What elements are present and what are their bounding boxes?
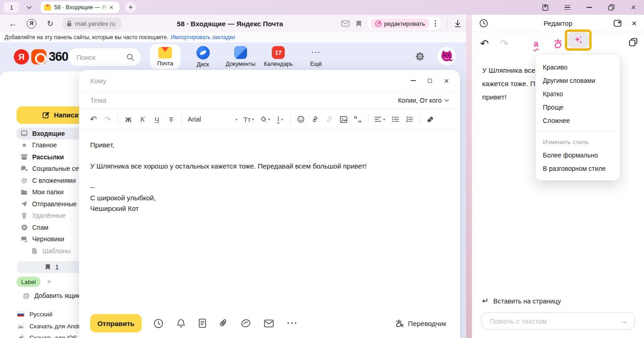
to-field[interactable]: Кому bbox=[90, 77, 106, 85]
emoji-icon[interactable] bbox=[297, 116, 305, 123]
attach-from-disk-icon[interactable] bbox=[241, 319, 251, 327]
download-ios-link[interactable]: Скачать для iOS bbox=[17, 332, 89, 338]
label-tag[interactable]: Label bbox=[17, 277, 40, 287]
underline-button[interactable]: Ч bbox=[153, 116, 161, 123]
browser-tab[interactable]: 58 · Входящие — Янде × bbox=[40, 1, 120, 13]
yandex-360-logo[interactable]: Я 360 bbox=[14, 49, 68, 64]
downloads-icon[interactable] bbox=[454, 20, 461, 28]
message-body[interactable]: Привет, У Шляпника все хорошо у остальны… bbox=[79, 130, 460, 223]
panel-split-divider[interactable] bbox=[466, 15, 472, 338]
add-label-icon[interactable]: + bbox=[47, 277, 52, 286]
folder-social[interactable]: Социальные сети bbox=[17, 163, 87, 175]
tab-close-icon[interactable]: × bbox=[109, 4, 113, 11]
new-tab-button[interactable]: + bbox=[125, 2, 136, 13]
folder-inbox[interactable]: Входящие bbox=[17, 128, 87, 140]
italic-button[interactable]: К bbox=[138, 116, 147, 123]
reminder-bell-icon[interactable] bbox=[177, 319, 185, 328]
bullet-list-icon[interactable] bbox=[391, 117, 399, 122]
ai-assistant-button[interactable] bbox=[568, 32, 589, 48]
window-minimize-icon[interactable] bbox=[585, 3, 593, 12]
bold-button[interactable]: Ж bbox=[124, 116, 132, 123]
font-family-select[interactable]: Arial▾ bbox=[188, 116, 237, 123]
folder-main[interactable]: ★ Главное bbox=[17, 140, 87, 152]
highlight-color-button[interactable]: ▾ bbox=[260, 116, 270, 123]
app-calendar[interactable]: 17 Календарь bbox=[263, 44, 293, 69]
text-color-button[interactable]: I▾ bbox=[276, 115, 284, 124]
compose-minimize-icon[interactable] bbox=[411, 80, 416, 81]
settings-gear-icon[interactable] bbox=[415, 51, 426, 62]
envelope-icon[interactable] bbox=[264, 320, 274, 327]
folder-newsletters[interactable]: Рассылки bbox=[17, 151, 87, 163]
align-icon[interactable]: ▾ bbox=[374, 117, 385, 122]
folder-templates[interactable]: Шаблоны bbox=[17, 245, 87, 257]
menu-item-rephrase[interactable]: Другими словами bbox=[535, 74, 620, 87]
menu-item-beautiful[interactable]: Красиво bbox=[535, 60, 620, 74]
menu-item-shorter[interactable]: Кратко bbox=[535, 87, 620, 100]
folder-trash[interactable]: Удалённые bbox=[17, 210, 87, 222]
search-input[interactable]: Поиск bbox=[68, 48, 141, 66]
send-button[interactable]: Отправить bbox=[90, 314, 142, 332]
unlink-icon[interactable] bbox=[325, 116, 334, 123]
insert-image-icon[interactable] bbox=[339, 116, 348, 123]
menu-item-simpler[interactable]: Проще bbox=[535, 100, 620, 114]
folder-spam[interactable]: Спам bbox=[17, 221, 87, 233]
app-mail[interactable]: Почта bbox=[150, 44, 180, 69]
app-docs[interactable]: Документы bbox=[225, 44, 256, 69]
redo-icon[interactable]: ↷ bbox=[104, 114, 112, 124]
url-field[interactable]: mail.yandex.ru bbox=[63, 17, 121, 29]
panel-undo-icon[interactable]: ↶ bbox=[480, 38, 489, 50]
reload-icon[interactable]: ↻ bbox=[45, 19, 56, 29]
browser-menu-icon[interactable] bbox=[563, 3, 571, 12]
send-later-clock-icon[interactable] bbox=[154, 319, 163, 328]
subject-field[interactable]: Тема bbox=[90, 96, 106, 104]
ai-prompt-input[interactable]: Помочь с текстом → bbox=[481, 312, 635, 330]
panel-copy-icon[interactable] bbox=[629, 38, 638, 47]
user-avatar[interactable] bbox=[437, 47, 456, 65]
window-close-icon[interactable]: × bbox=[629, 3, 638, 12]
folder-sent[interactable]: Отправленные bbox=[17, 198, 87, 210]
font-size-select[interactable]: Tт▾ bbox=[243, 116, 254, 123]
template-icon[interactable] bbox=[199, 319, 206, 328]
panel-redo-icon[interactable]: ↷ bbox=[500, 38, 508, 50]
open-in-window-icon[interactable] bbox=[614, 19, 622, 27]
more-options-icon[interactable]: ··· bbox=[287, 319, 298, 328]
strikethrough-button[interactable]: Т bbox=[167, 116, 175, 123]
translator-button[interactable]: Переводчик bbox=[395, 319, 446, 328]
compose-close-icon[interactable]: × bbox=[444, 76, 449, 85]
add-mailbox-link[interactable]: @ Добавить ящик bbox=[23, 291, 80, 299]
translate-text-button[interactable] bbox=[553, 38, 564, 49]
undo-icon[interactable]: ↶ bbox=[89, 114, 98, 124]
download-android-link[interactable]: Скачать для Android bbox=[17, 321, 89, 332]
spellcheck-button[interactable]: a bbox=[534, 39, 539, 49]
insert-to-page-button[interactable]: ↵ Вставить на страницу bbox=[482, 296, 635, 306]
app-disk[interactable]: Диск bbox=[188, 44, 218, 69]
eraser-icon[interactable] bbox=[426, 116, 434, 122]
menu-item-formal[interactable]: Более формально bbox=[535, 148, 620, 162]
link-icon[interactable] bbox=[311, 116, 319, 123]
tab-group-button[interactable]: 1 bbox=[4, 2, 19, 13]
back-icon[interactable]: ← bbox=[7, 19, 18, 29]
side-panel-icon[interactable] bbox=[541, 3, 549, 12]
import-bookmarks-link[interactable]: Импортировать закладки bbox=[171, 34, 235, 41]
menu-item-conversational[interactable]: В разговорном стиле bbox=[535, 162, 620, 175]
window-restore-icon[interactable] bbox=[607, 3, 615, 12]
folder-my-folders[interactable]: Мои папки bbox=[17, 186, 87, 198]
tab-list-chevron-icon[interactable] bbox=[24, 2, 34, 12]
compose-maximize-icon[interactable] bbox=[428, 79, 432, 83]
numbered-list-icon[interactable] bbox=[405, 117, 414, 122]
bookmark-filter[interactable]: 1 bbox=[17, 261, 87, 273]
cc-from-toggle[interactable]: Копии, От кого bbox=[398, 97, 449, 104]
attach-file-icon[interactable] bbox=[219, 319, 228, 328]
quote-icon[interactable]: “„ bbox=[354, 115, 362, 123]
mail-notification-icon[interactable] bbox=[341, 20, 350, 27]
menu-item-complex[interactable]: Сложнее bbox=[535, 114, 620, 127]
yandex-button-icon[interactable]: Я bbox=[27, 19, 36, 29]
edit-mode-button[interactable]: редактировать bbox=[371, 18, 429, 29]
kebab-menu-icon[interactable] bbox=[433, 20, 438, 27]
panel-close-icon[interactable]: × bbox=[632, 19, 637, 28]
language-link[interactable]: Русский bbox=[17, 309, 89, 321]
folder-drafts[interactable]: Черновики bbox=[17, 233, 87, 245]
submit-arrow-icon[interactable]: → bbox=[620, 316, 628, 326]
folder-attachments[interactable]: @ С вложениями bbox=[17, 175, 87, 186]
app-more[interactable]: ··· Ещё bbox=[301, 44, 331, 69]
